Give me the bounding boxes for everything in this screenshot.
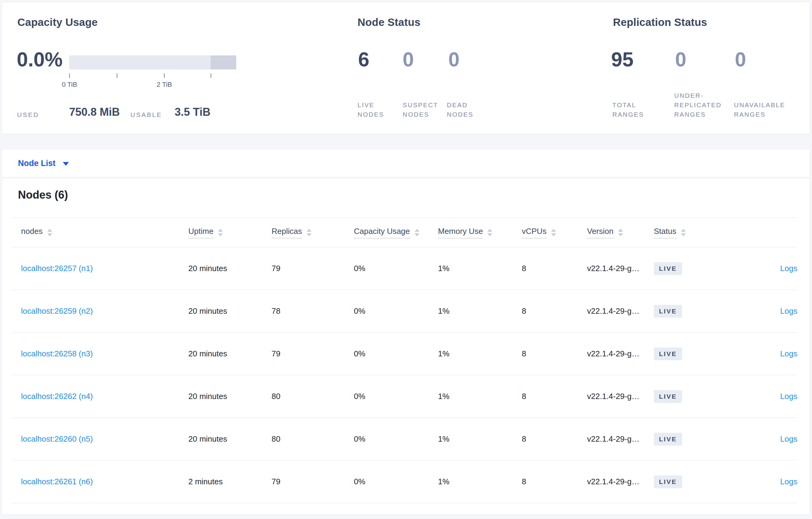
gauge-tick xyxy=(117,73,117,78)
label-line: RANGES xyxy=(734,110,785,119)
gauge-tick xyxy=(164,73,165,78)
column-label: Capacity Usage xyxy=(354,226,410,239)
label-line: NODES xyxy=(357,110,384,119)
column-header-replicas[interactable]: Replicas xyxy=(271,218,354,247)
node-link[interactable]: localhost:26259 (n2) xyxy=(21,306,93,315)
version-cell: v22.1.4-29-g… xyxy=(587,460,654,503)
logs-link[interactable]: Logs xyxy=(780,477,798,486)
total-ranges-label: TOTAL RANGES xyxy=(612,100,644,119)
column-label: vCPUs xyxy=(522,226,547,239)
status-badge: LIVE xyxy=(654,390,682,403)
memory-use-cell: 1% xyxy=(438,247,522,290)
column-header-status[interactable]: Status xyxy=(654,218,715,247)
node-link[interactable]: localhost:26260 (n5) xyxy=(21,434,93,444)
uptime-cell: 2 minutes xyxy=(188,460,271,503)
sort-icon xyxy=(618,229,623,236)
vcpus-cell: 8 xyxy=(522,290,587,333)
live-nodes-label: LIVE NODES xyxy=(357,100,384,119)
sort-icon xyxy=(551,229,556,236)
logs-cell: Logs xyxy=(715,290,798,333)
capacity-gauge-bar xyxy=(69,55,236,69)
label-line: LIVE xyxy=(357,100,384,110)
logs-cell: Logs xyxy=(715,333,798,375)
sort-icon xyxy=(307,229,312,236)
label-line: NODES xyxy=(403,110,438,119)
column-header-memory-use[interactable]: Memory Use xyxy=(438,218,522,247)
gauge-tick xyxy=(69,73,70,78)
under-replicated-label: UNDER- REPLICATED RANGES xyxy=(674,91,722,119)
memory-use-cell: 1% xyxy=(438,333,522,375)
capacity-usage-cell: 0% xyxy=(354,290,438,333)
live-nodes-count: 6 xyxy=(358,48,370,71)
node-link[interactable]: localhost:26262 (n4) xyxy=(21,392,93,401)
table-row: localhost:26257 (n1) 20 minutes 79 0% 1%… xyxy=(11,247,798,290)
unavailable-label: UNAVAILABLE RANGES xyxy=(734,100,785,119)
version-cell: v22.1.4-29-g… xyxy=(587,247,654,290)
node-address-cell: localhost:26262 (n4) xyxy=(11,375,188,418)
capacity-usage-title: Capacity Usage xyxy=(18,16,97,28)
label-line: NODES xyxy=(447,110,473,119)
node-link[interactable]: localhost:26257 (n1) xyxy=(21,264,93,273)
replicas-cell: 78 xyxy=(271,290,354,333)
label-line: RANGES xyxy=(674,110,722,119)
nodes-section-title: Nodes (6) xyxy=(18,188,68,201)
suspect-nodes-count: 0 xyxy=(403,48,414,71)
node-address-cell: localhost:26261 (n6) xyxy=(11,460,188,503)
node-list-bar: Node List xyxy=(2,149,810,178)
status-cell: LIVE xyxy=(654,247,715,290)
label-line: TOTAL xyxy=(612,100,644,110)
node-link[interactable]: localhost:26258 (n3) xyxy=(21,349,93,358)
total-ranges-count: 95 xyxy=(611,48,633,71)
status-badge: LIVE xyxy=(654,262,682,275)
table-row: localhost:26261 (n6) 2 minutes 79 0% 1% … xyxy=(11,460,798,503)
replicas-cell: 79 xyxy=(271,247,354,290)
table-row: localhost:26258 (n3) 20 minutes 79 0% 1%… xyxy=(11,333,798,375)
column-header-vcpus[interactable]: vCPUs xyxy=(522,218,587,247)
version-cell: v22.1.4-29-g… xyxy=(587,333,654,375)
unavailable-count: 0 xyxy=(735,48,746,71)
uptime-cell: 20 minutes xyxy=(188,375,271,418)
logs-cell: Logs xyxy=(715,460,798,503)
memory-use-cell: 1% xyxy=(438,418,522,460)
replicas-cell: 79 xyxy=(271,460,354,503)
column-header-capacity-usage[interactable]: Capacity Usage xyxy=(354,218,438,247)
logs-cell: Logs xyxy=(715,418,798,460)
logs-link[interactable]: Logs xyxy=(780,306,798,315)
vcpus-cell: 8 xyxy=(522,375,587,418)
usable-caption: USABLE xyxy=(130,111,162,119)
dead-nodes-count: 0 xyxy=(448,48,460,71)
node-link[interactable]: localhost:26261 (n6) xyxy=(21,477,93,486)
logs-cell: Logs xyxy=(715,247,798,290)
memory-use-cell: 1% xyxy=(438,460,522,503)
logs-link[interactable]: Logs xyxy=(780,392,798,401)
version-cell: v22.1.4-29-g… xyxy=(587,290,654,333)
logs-link[interactable]: Logs xyxy=(780,434,798,444)
cluster-summary-card: Capacity Usage 0.0% 0 TiB 2 TiB USED 750… xyxy=(2,2,810,134)
label-line: UNDER- xyxy=(674,91,722,100)
column-header-uptime[interactable]: Uptime xyxy=(188,218,271,247)
column-header-nodes[interactable]: nodes xyxy=(11,218,188,247)
column-header-version[interactable]: Version xyxy=(587,218,654,247)
label-line: DEAD xyxy=(447,100,473,110)
nodes-table: nodes Uptime Replicas Capacity Usage Mem… xyxy=(11,217,798,503)
table-row: localhost:26259 (n2) 20 minutes 78 0% 1%… xyxy=(11,290,798,333)
status-cell: LIVE xyxy=(654,418,715,460)
vcpus-cell: 8 xyxy=(522,418,587,460)
column-label: Version xyxy=(587,226,614,239)
replicas-cell: 80 xyxy=(271,418,354,460)
label-line: SUSPECT xyxy=(403,100,438,110)
under-replicated-count: 0 xyxy=(675,48,687,71)
vcpus-cell: 8 xyxy=(522,333,587,375)
gauge-tick-label: 0 TiB xyxy=(51,81,88,89)
sort-icon xyxy=(218,229,223,236)
logs-link[interactable]: Logs xyxy=(780,349,798,358)
uptime-cell: 20 minutes xyxy=(188,247,271,290)
uptime-cell: 20 minutes xyxy=(188,333,271,375)
node-list-dropdown[interactable]: Node List xyxy=(18,159,69,168)
node-address-cell: localhost:26257 (n1) xyxy=(11,247,188,290)
used-caption: USED xyxy=(17,111,39,119)
uptime-cell: 20 minutes xyxy=(188,418,271,460)
logs-link[interactable]: Logs xyxy=(780,264,798,273)
status-cell: LIVE xyxy=(654,375,715,418)
capacity-gauge-segment xyxy=(211,55,236,69)
